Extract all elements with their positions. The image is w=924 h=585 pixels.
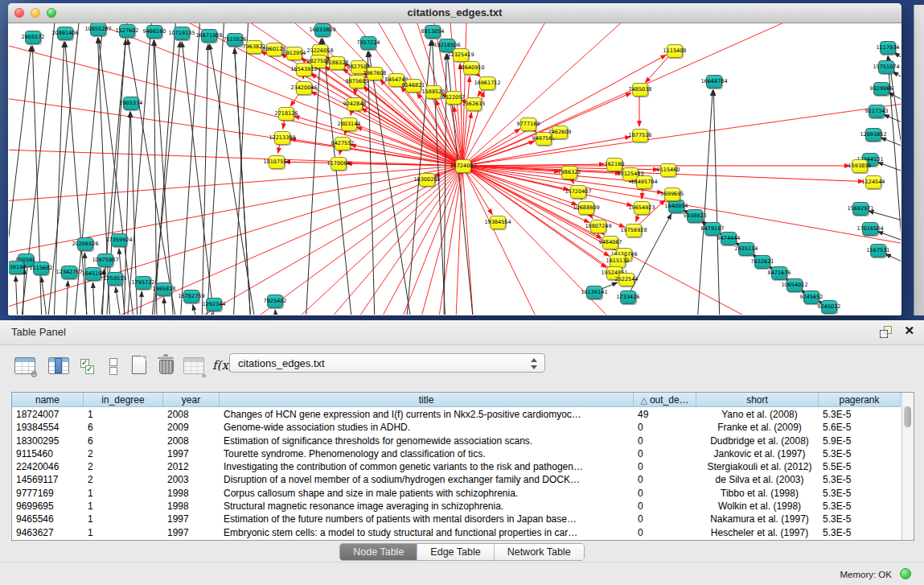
graph-node[interactable]: 7857224 — [360, 36, 376, 50]
graph-node[interactable]: 1733426 — [620, 290, 636, 304]
column-header-in_degree[interactable]: in_degree — [84, 393, 163, 407]
graph-node[interactable]: 18107554 — [269, 155, 285, 169]
table-selector-dropdown[interactable]: citations_edges.txt — [229, 353, 545, 373]
table-row[interactable]: 1938455462009Genome-wide association stu… — [12, 421, 903, 434]
graph-node[interactable]: 1250515 — [107, 272, 123, 286]
graph-node[interactable]: 16961712 — [479, 76, 495, 90]
graph-node[interactable]: 2718126 — [278, 107, 294, 121]
table-row[interactable]: 911546021997Tourette syndrome. Phenomeno… — [12, 447, 903, 460]
graph-node[interactable]: 1588520 — [425, 85, 441, 99]
graph-node[interactable]: 10655287 — [90, 23, 106, 36]
select-columns-icon[interactable]: ✓✓ — [77, 354, 101, 378]
graph-node[interactable]: 10688609 — [578, 201, 594, 215]
tab-network-table[interactable]: Network Table — [495, 544, 584, 560]
table-row[interactable]: 2242004622012Investigating the contribut… — [12, 460, 903, 473]
graph-node[interactable]: 9777169 — [520, 117, 536, 131]
graph-node[interactable]: 17359924 — [111, 233, 127, 247]
graph-node[interactable]: 16671988 — [201, 29, 217, 43]
graph-node[interactable]: 8427552 — [335, 137, 351, 150]
window-titlebar[interactable]: citations_edges.txt — [8, 3, 901, 23]
graph-node[interactable]: 9242848 — [347, 97, 363, 111]
graph-node[interactable]: 16782759 — [183, 290, 199, 303]
graph-node[interactable]: 2803144 — [341, 117, 357, 131]
graph-node[interactable]: 15751074 — [878, 60, 894, 74]
graph-node[interactable]: 9484067 — [602, 236, 618, 249]
graph-node[interactable]: 8960128 — [266, 43, 282, 56]
graph-node[interactable]: 7462609 — [552, 126, 568, 139]
graph-node[interactable]: 9329966 — [873, 82, 889, 96]
graph-node[interactable]: 8912954 — [286, 47, 302, 60]
table-row[interactable]: 1872400712008Changes of HCN gene express… — [12, 408, 903, 421]
graph-node[interactable]: 1292344 — [206, 298, 222, 311]
table-row[interactable]: 977716911998Corpus callosum shape and si… — [12, 487, 903, 500]
table-row[interactable]: 1830029562008Estimation of significance … — [12, 435, 903, 447]
graph-node[interactable]: 1527602 — [119, 24, 135, 38]
graph-node[interactable]: 12093852 — [865, 128, 881, 142]
graph-node[interactable]: 1167531 — [870, 244, 886, 257]
graph-node[interactable]: 9227343 — [869, 105, 885, 118]
graph-node[interactable]: 8813054 — [425, 25, 441, 39]
column-header-title[interactable]: title — [220, 393, 634, 407]
delete-table-icon[interactable] — [154, 354, 179, 378]
graph-node[interactable]: 10719135 — [174, 27, 190, 40]
graph-node[interactable]: 162160 — [606, 158, 622, 171]
show-column-icon[interactable] — [47, 354, 71, 378]
graph-node[interactable]: 1645194 — [85, 267, 101, 281]
graph-node[interactable]: 1593855 — [852, 159, 868, 173]
column-header-pagerank[interactable]: pagerank — [819, 393, 901, 407]
graph-node[interactable]: 16033809 — [314, 23, 331, 37]
graph-node[interactable]: 1117934 — [880, 41, 896, 55]
graph-node[interactable]: 1640954 — [668, 200, 684, 213]
graph-node[interactable]: 19384554 — [490, 216, 506, 229]
graph-node[interactable]: 20891406 — [57, 27, 73, 40]
graph-node[interactable]: 5938923 — [687, 209, 703, 223]
close-panel-icon[interactable]: ✕ — [904, 323, 914, 338]
graph-node[interactable]: 7986322 — [561, 166, 577, 179]
column-header-name[interactable]: name — [12, 393, 84, 407]
scrollbar-thumb[interactable] — [904, 406, 911, 427]
graph-node[interactable]: 16648784 — [706, 75, 722, 89]
table-row[interactable]: 969969511998Structural magnetic resonanc… — [12, 500, 903, 513]
graph-node[interactable]: 17016504 — [862, 222, 878, 236]
graph-node[interactable]: 18724007 — [455, 159, 471, 173]
graph-node[interactable]: 8186328 — [329, 56, 345, 70]
graph-node[interactable]: 2905572 — [25, 31, 41, 44]
graph-node[interactable]: 9146821 — [405, 79, 421, 93]
graph-node[interactable]: 1115682 — [33, 262, 49, 275]
graph-node[interactable]: 16543912 — [296, 63, 312, 76]
graph-node[interactable]: 8471676 — [771, 266, 787, 280]
graph-node[interactable]: 9699695 — [664, 187, 680, 201]
tab-edge-table[interactable]: Edge Table — [417, 544, 494, 560]
graph-node[interactable]: 2905334 — [123, 97, 139, 110]
graph-node[interactable]: 23420046 — [296, 81, 312, 95]
table-vertical-scrollbar[interactable] — [901, 393, 914, 540]
graph-node[interactable]: 7925402 — [267, 295, 283, 308]
import-table-icon[interactable]: ● — [182, 354, 206, 378]
graph-node[interactable]: 15692971 — [852, 202, 869, 216]
graph-node[interactable]: 9115460 — [660, 163, 676, 177]
new-table-icon[interactable] — [127, 354, 151, 378]
graph-node[interactable]: 19756928 — [626, 224, 642, 237]
graph-node[interactable]: 18807249 — [590, 220, 606, 233]
graph-node[interactable]: 7485038 — [632, 83, 648, 97]
graph-node[interactable]: 9245012 — [821, 300, 837, 314]
graph-node[interactable]: 7632621 — [754, 255, 770, 269]
table-row[interactable]: 946554611997Estimation of the future num… — [12, 513, 903, 525]
graph-node[interactable]: 2935114 — [738, 242, 754, 256]
table-row[interactable]: 1456911722003Disruption of a novel membe… — [12, 473, 903, 486]
table-row[interactable]: 946362711997Embryonic stem cells: a mode… — [12, 526, 903, 539]
graph-node[interactable]: 18300295 — [419, 173, 435, 187]
graph-node[interactable]: 7515526 — [227, 33, 243, 47]
graph-node[interactable]: 12325419 — [453, 48, 469, 62]
graph-node[interactable]: 2522544 — [618, 273, 634, 286]
graph-node[interactable]: 10975887 — [97, 253, 113, 267]
graph-node[interactable]: 10654012 — [786, 278, 803, 292]
graph-node[interactable]: 19654923 — [634, 201, 650, 215]
column-header-out_de[interactable]: △out_de… — [634, 393, 696, 407]
graph-node[interactable]: 19136141 — [586, 286, 602, 299]
column-header-year[interactable]: year — [163, 393, 220, 407]
graph-node[interactable]: 1877516 — [632, 129, 648, 142]
graph-node[interactable]: 1795722 — [135, 276, 151, 290]
graph-node[interactable]: 18495794 — [636, 175, 652, 189]
graph-node[interactable]: 1362615 — [466, 97, 482, 111]
